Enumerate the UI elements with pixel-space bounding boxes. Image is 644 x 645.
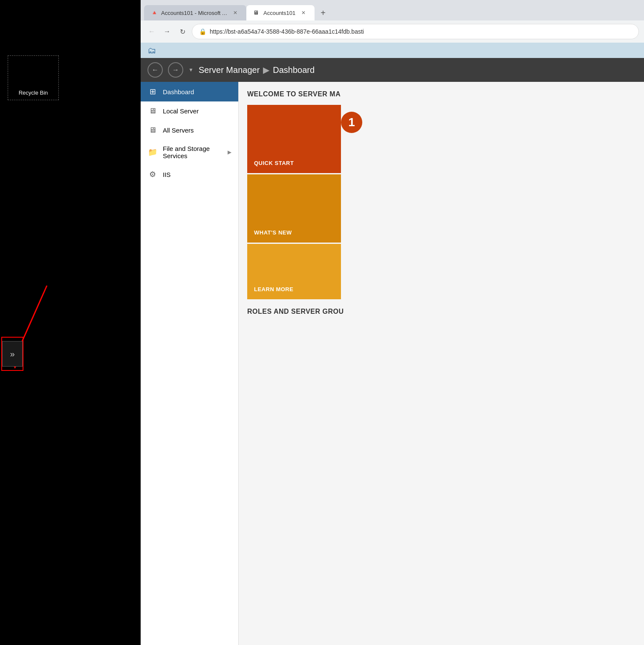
server-manager-app: 🗂 ← → ▼ Server Manager ▶ Dashboard bbox=[141, 43, 644, 645]
sidebar-item-iis[interactable]: ⚙ IIS bbox=[141, 165, 238, 184]
new-tab-button[interactable]: + bbox=[316, 6, 330, 20]
address-text: https://bst-a6a54a74-3588-436b-887e-66aa… bbox=[210, 28, 632, 35]
browser-window: 🔺 Accounts101 - Microsoft Azure ✕ 🖥 Acco… bbox=[141, 0, 644, 645]
all-servers-icon: 🖥 bbox=[147, 126, 158, 135]
forward-icon: → bbox=[164, 28, 170, 35]
tab-accounts101-close[interactable]: ✕ bbox=[299, 9, 308, 17]
sm-forward-button[interactable]: → bbox=[168, 62, 183, 78]
dashboard-tiles-container: QUICK START WHAT'S NEW LEARN MORE bbox=[247, 105, 341, 299]
dashboard-tiles: QUICK START WHAT'S NEW LEARN MORE bbox=[247, 105, 341, 299]
sidebar-item-all-servers[interactable]: 🖥 All Servers bbox=[141, 121, 238, 140]
sm-back-button[interactable]: ← bbox=[147, 62, 163, 78]
notification-count: 1 bbox=[348, 116, 355, 129]
browser-content: 🗂 ← → ▼ Server Manager ▶ Dashboard bbox=[141, 43, 644, 645]
notification-badge: 1 bbox=[341, 112, 362, 133]
tile-learn-more-label: LEARN MORE bbox=[254, 286, 334, 292]
sm-title-page: Dashboard bbox=[273, 65, 315, 75]
welcome-title: WELCOME TO SERVER MA bbox=[247, 90, 635, 98]
tab-accounts101-favicon: 🖥 bbox=[253, 9, 260, 16]
tab-azure[interactable]: 🔺 Accounts101 - Microsoft Azure ✕ bbox=[144, 5, 246, 20]
dashboard-icon: ⊞ bbox=[147, 87, 158, 96]
sm-title-separator: ▶ bbox=[263, 65, 269, 75]
file-storage-arrow-icon: ▶ bbox=[228, 149, 231, 155]
back-icon: ← bbox=[148, 28, 155, 35]
tab-accounts101-title: Accounts101 bbox=[263, 10, 297, 16]
desktop: 🗑 Recycle Bin » 🔺 Accounts101 - Microsof… bbox=[0, 0, 644, 645]
fast-forward-button[interactable]: » bbox=[2, 341, 23, 367]
sm-topbar: ← → ▼ Server Manager ▶ Dashboard bbox=[141, 58, 644, 82]
sidebar-file-storage-label: File and Storage Services bbox=[163, 145, 222, 159]
tab-accounts101[interactable]: 🖥 Accounts101 ✕ bbox=[246, 5, 315, 20]
tab-azure-close[interactable]: ✕ bbox=[231, 9, 240, 17]
refresh-button[interactable]: ↻ bbox=[176, 26, 188, 38]
sidebar-item-local-server[interactable]: 🖥 Local Server bbox=[141, 101, 238, 121]
iis-icon: ⚙ bbox=[147, 170, 158, 179]
recycle-bin-icon[interactable]: 🗑 Recycle Bin bbox=[8, 55, 59, 100]
browser-chrome: 🔺 Accounts101 - Microsoft Azure ✕ 🖥 Acco… bbox=[141, 0, 644, 43]
local-server-icon: 🖥 bbox=[147, 107, 158, 116]
recycle-bin-graphic: 🗑 bbox=[12, 59, 55, 87]
refresh-icon: ↻ bbox=[180, 28, 185, 36]
sidebar-local-server-label: Local Server bbox=[163, 107, 199, 115]
tile-learn-more[interactable]: LEARN MORE bbox=[247, 244, 341, 299]
sm-sidebar: ⊞ Dashboard 🖥 Local Server 🖥 All Servers bbox=[141, 82, 239, 645]
sm-back-icon: ← bbox=[152, 66, 159, 74]
sidebar-item-file-storage[interactable]: 📁 File and Storage Services ▶ bbox=[141, 140, 238, 165]
tab-azure-favicon: 🔺 bbox=[151, 9, 158, 16]
sm-main: ⊞ Dashboard 🖥 Local Server 🖥 All Servers bbox=[141, 82, 644, 645]
tile-quick-start[interactable]: QUICK START bbox=[247, 105, 341, 173]
roles-title: ROLES AND SERVER GROU bbox=[247, 308, 635, 315]
address-bar: ← → ↻ 🔒 https://bst-a6a54a74-3588-436b-8… bbox=[141, 20, 644, 43]
sm-title-prefix: Server Manager bbox=[199, 65, 260, 75]
tile-whats-new[interactable]: WHAT'S NEW bbox=[247, 174, 341, 243]
sm-nav-dropdown[interactable]: ▼ bbox=[188, 67, 193, 73]
tile-whats-new-label: WHAT'S NEW bbox=[254, 229, 334, 236]
lock-icon: 🔒 bbox=[199, 28, 206, 35]
sm-content: WELCOME TO SERVER MA QUICK START WHAT'S … bbox=[239, 82, 644, 645]
sidebar-dashboard-label: Dashboard bbox=[163, 88, 194, 95]
sm-title: Server Manager ▶ Dashboard bbox=[199, 65, 315, 75]
forward-button[interactable]: → bbox=[161, 26, 173, 38]
recycle-bin-label: Recycle Bin bbox=[19, 90, 48, 96]
sm-forward-icon: → bbox=[172, 66, 179, 74]
address-input[interactable]: 🔒 https://bst-a6a54a74-3588-436b-887e-66… bbox=[192, 24, 639, 39]
sm-header-accent: 🗂 bbox=[141, 43, 644, 58]
tile-quick-start-label: QUICK START bbox=[254, 160, 334, 166]
annotation-arrow bbox=[0, 277, 60, 388]
file-storage-icon: 📁 bbox=[147, 148, 158, 157]
sm-header-icon: 🗂 bbox=[147, 46, 156, 55]
fast-forward-icon: » bbox=[10, 349, 14, 359]
tab-bar: 🔺 Accounts101 - Microsoft Azure ✕ 🖥 Acco… bbox=[141, 0, 644, 20]
sidebar-iis-label: IIS bbox=[163, 171, 170, 178]
sidebar-all-servers-label: All Servers bbox=[163, 127, 194, 134]
tab-azure-title: Accounts101 - Microsoft Azure bbox=[161, 10, 229, 16]
back-button[interactable]: ← bbox=[146, 26, 158, 38]
sidebar-item-dashboard[interactable]: ⊞ Dashboard bbox=[141, 82, 238, 101]
